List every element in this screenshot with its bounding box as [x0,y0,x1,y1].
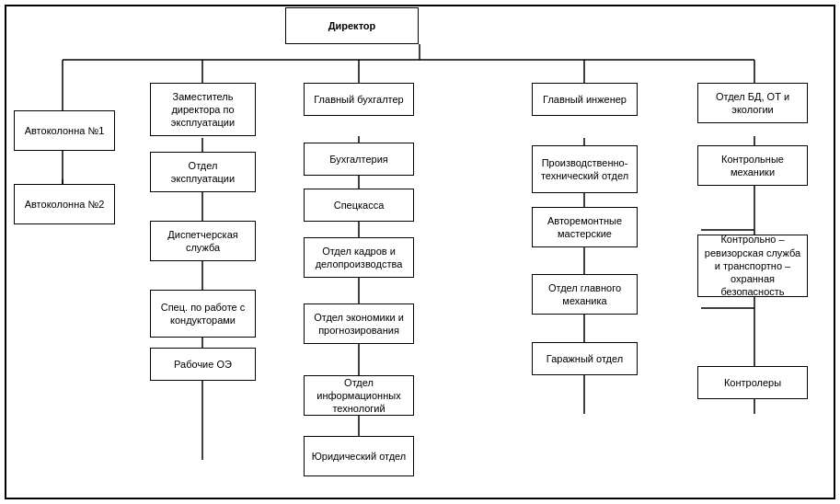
kontrol-mekhaniki-box: Контрольные механики [697,145,808,186]
gl-inzhener-box: Главный инженер [532,83,638,116]
buhgalteriya-box: Бухгалтерия [304,143,414,176]
otdel-it-box: Отдел информационных технологий [304,375,414,416]
otdel-ekonomiki-box: Отдел экономики и прогнозирования [304,304,414,344]
gl-buhgalter-box: Главный бухгалтер [304,83,414,116]
otdel-bd-ot-box: Отдел БД, ОТ и экологии [697,83,808,123]
director-box: Директор [285,7,419,44]
spec-konduktorami-box: Спец. по работе с кондукторами [150,290,256,338]
zam-dir-box: Заместитель директора по эксплуатации [150,83,256,136]
org-chart: Директор Автоколонна №1 Автоколонна №2 З… [0,0,840,504]
avtokolonna1-box: Автоколонна №1 [14,110,115,151]
kontrolery-box: Контролеры [697,366,808,399]
proizv-tekhn-box: Производственно-технический отдел [532,145,638,193]
dispetcherskaya-box: Диспетчерская служба [150,221,256,261]
garazhny-otdel-box: Гаражный отдел [532,342,638,375]
kontrol-revizorsk-box: Контрольно – ревизорская служба и трансп… [697,235,808,297]
otdel-ekspluatatsii-box: Отдел эксплуатации [150,152,256,192]
otdel-kadrov-box: Отдел кадров и делопроизводства [304,237,414,278]
avtoremontnie-box: Авторемонтные мастерские [532,207,638,247]
spetskassa-box: Спецкасса [304,189,414,222]
yuridicheskiy-box: Юридический отдел [304,436,414,476]
avtokolonna2-box: Автоколонна №2 [14,184,115,224]
otdel-gl-mekhanika-box: Отдел главного механика [532,274,638,315]
rabochie-oe-box: Рабочие ОЭ [150,348,256,381]
